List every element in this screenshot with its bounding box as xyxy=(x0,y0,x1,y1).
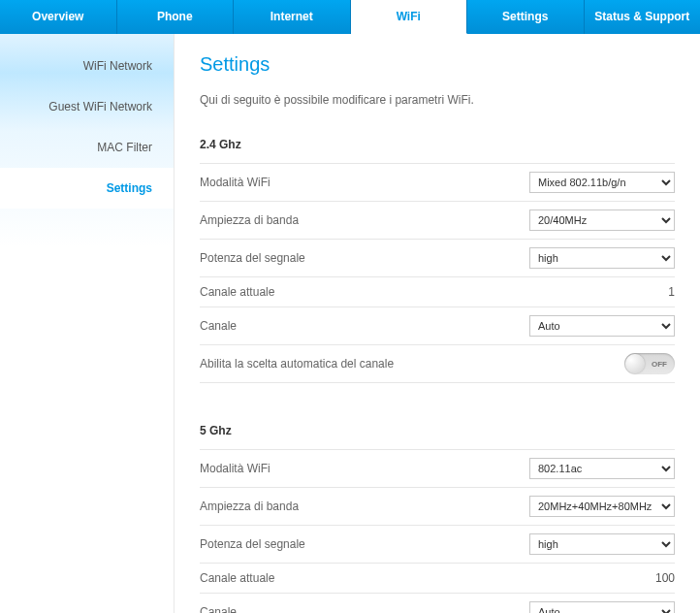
label-24-bandwidth: Ampiezza di banda xyxy=(200,213,299,227)
sidebar-item-guest-wifi[interactable]: Guest WiFi Network xyxy=(0,86,174,127)
label-5-channel: Canale xyxy=(200,605,237,613)
value-24-curchannel: 1 xyxy=(636,285,675,299)
select-5-mode[interactable]: 802.11ac xyxy=(529,458,675,479)
row-5-channel: Canale Auto xyxy=(200,594,675,613)
tab-wifi[interactable]: WiFi xyxy=(351,0,468,34)
toggle-state-label: OFF xyxy=(652,360,667,369)
row-5-curchannel: Canale attuale 100 xyxy=(200,564,675,594)
row-24-autochan: Abilita la scelta automatica del canale … xyxy=(200,345,675,383)
sidebar-item-mac-filter[interactable]: MAC Filter xyxy=(0,127,174,168)
row-24-power: Potenza del segnale high xyxy=(200,240,675,277)
row-5-power: Potenza del segnale high xyxy=(200,526,675,564)
page-title: Settings xyxy=(200,53,675,76)
sidebar: WiFi Network Guest WiFi Network MAC Filt… xyxy=(0,34,175,613)
label-24-curchannel: Canale attuale xyxy=(200,285,274,299)
select-5-power[interactable]: high xyxy=(529,533,675,555)
row-24-curchannel: Canale attuale 1 xyxy=(200,277,675,307)
toggle-knob xyxy=(625,354,645,373)
section-heading-24ghz: 2.4 Ghz xyxy=(200,132,675,164)
row-5-bandwidth: Ampiezza di banda 20MHz+40MHz+80MHz xyxy=(200,488,675,526)
sidebar-item-settings[interactable]: Settings xyxy=(0,168,174,209)
select-24-mode[interactable]: Mixed 802.11b/g/n xyxy=(529,172,675,193)
select-24-power[interactable]: high xyxy=(529,247,675,269)
tab-status-support[interactable]: Status & Support xyxy=(585,0,701,34)
select-5-bandwidth[interactable]: 20MHz+40MHz+80MHz xyxy=(529,496,675,517)
section-heading-5ghz: 5 Ghz xyxy=(200,418,675,450)
select-24-bandwidth[interactable]: 20/40MHz xyxy=(529,210,675,231)
label-5-mode: Modalità WiFi xyxy=(200,462,270,475)
row-24-mode: Modalità WiFi Mixed 802.11b/g/n xyxy=(200,164,675,202)
label-24-mode: Modalità WiFi xyxy=(200,176,270,189)
label-5-bandwidth: Ampiezza di banda xyxy=(200,500,299,513)
top-nav: Overview Phone Internet WiFi Settings St… xyxy=(0,0,700,34)
content: Settings Qui di seguito è possibile modi… xyxy=(175,34,700,613)
select-5-channel[interactable]: Auto xyxy=(529,601,675,613)
tab-phone[interactable]: Phone xyxy=(117,0,235,34)
select-24-channel[interactable]: Auto xyxy=(529,315,675,337)
row-5-mode: Modalità WiFi 802.11ac xyxy=(200,450,675,488)
row-24-bandwidth: Ampiezza di banda 20/40MHz xyxy=(200,202,675,240)
tab-overview[interactable]: Overview xyxy=(0,0,117,34)
label-24-power: Potenza del segnale xyxy=(200,251,305,265)
label-24-autochan: Abilita la scelta automatica del canale xyxy=(200,357,394,371)
label-5-curchannel: Canale attuale xyxy=(200,571,274,585)
row-24-channel: Canale Auto xyxy=(200,307,675,345)
toggle-24-autochan[interactable]: OFF xyxy=(624,353,675,374)
tab-internet[interactable]: Internet xyxy=(234,0,351,34)
tab-settings[interactable]: Settings xyxy=(467,0,585,34)
label-24-channel: Canale xyxy=(200,319,237,333)
value-5-curchannel: 100 xyxy=(636,571,675,585)
page-description: Qui di seguito è possibile modificare i … xyxy=(200,93,675,107)
sidebar-item-wifi-network[interactable]: WiFi Network xyxy=(0,46,174,86)
label-5-power: Potenza del segnale xyxy=(200,537,305,551)
